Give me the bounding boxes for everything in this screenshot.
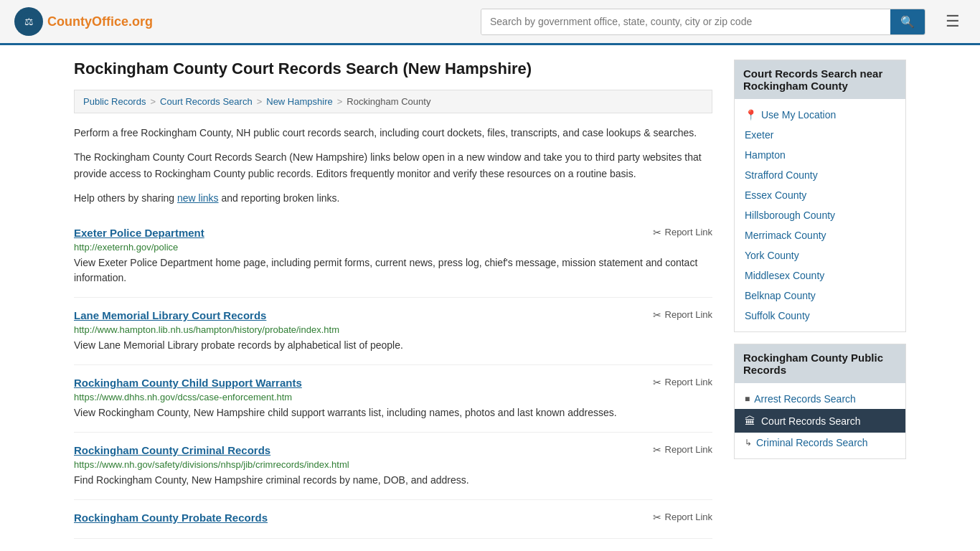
search-bar: 🔍 [481, 9, 925, 35]
sidebar-nearby-item: Exeter [735, 125, 905, 145]
record-header: Rockingham County Probate Records ✂ Repo… [74, 512, 712, 524]
sidebar-nearby-link[interactable]: Hampton [745, 149, 786, 161]
menu-button[interactable]: ☰ [940, 9, 966, 34]
sidebar-records-item: ↳ Criminal Records Search [735, 433, 905, 453]
sidebar-nearby-item: Hampton [735, 145, 905, 165]
record-url[interactable]: https://www.dhhs.nh.gov/dcss/case-enforc… [74, 392, 712, 402]
sidebar-nearby-link[interactable]: Strafford County [745, 169, 818, 181]
sidebar-public-records-section: Rockingham County Public Records ■ Arres… [734, 344, 906, 459]
sidebar-active-label: Court Records Search [761, 415, 861, 427]
breadcrumb-public-records[interactable]: Public Records [83, 96, 146, 107]
report-icon: ✂ [653, 512, 661, 523]
record-header: Rockingham County Criminal Records ✂ Rep… [74, 444, 712, 456]
record-header: Lane Memorial Library Court Records ✂ Re… [74, 309, 712, 321]
report-link-button[interactable]: ✂ Report Link [653, 227, 712, 238]
record-item: Rockingham County Child Support Warrants… [74, 365, 712, 433]
description-1: Perform a free Rockingham County, NH pub… [74, 125, 712, 141]
page-title: Rockingham County Court Records Search (… [74, 60, 712, 78]
report-label: Report Link [665, 444, 712, 455]
sidebar-nearby-link[interactable]: Suffolk County [745, 310, 810, 321]
record-title[interactable]: Rockingham County Child Support Warrants [74, 377, 302, 389]
record-url[interactable]: http://exeternh.gov/police [74, 242, 712, 253]
sidebar-nearby-link[interactable]: Exeter [745, 129, 773, 141]
record-title[interactable]: Rockingham County Probate Records [74, 512, 268, 524]
sidebar-active-icon: 🏛 [745, 415, 755, 427]
sidebar-records-item: ■ Arrest Records Search [735, 389, 905, 409]
record-title[interactable]: Exeter Police Department [74, 227, 204, 239]
logo-icon: ⚖ [14, 7, 43, 36]
sidebar-records-icon: ↳ [745, 438, 752, 448]
sidebar-nearby-link[interactable]: Merrimack County [745, 230, 826, 241]
sidebar-nearby-body: 📍 Use My Location ExeterHamptonStrafford… [735, 99, 905, 331]
record-header: Rockingham County Child Support Warrants… [74, 377, 712, 389]
site-header: ⚖ CountyOffice.org 🔍 ☰ [0, 0, 980, 45]
sidebar-records-icon: ■ [745, 394, 750, 404]
records-list: Exeter Police Department ✂ Report Link h… [74, 215, 712, 539]
sidebar-nearby-link[interactable]: Essex County [745, 189, 806, 201]
report-label: Report Link [665, 512, 712, 522]
record-header: Exeter Police Department ✂ Report Link [74, 227, 712, 239]
sidebar: Court Records Search near Rockingham Cou… [734, 60, 906, 539]
sidebar-records-link[interactable]: Arrest Records Search [754, 393, 856, 405]
sidebar-nearby-link[interactable]: Hillsborough County [745, 209, 835, 221]
record-desc: View Exeter Police Department home page,… [74, 255, 712, 286]
sidebar-nearby-item: Belknap County [735, 286, 905, 306]
sidebar-nearby-item: Essex County [735, 185, 905, 205]
sidebar-nearby-item: Merrimack County [735, 225, 905, 245]
record-item: Rockingham County Criminal Records ✂ Rep… [74, 433, 712, 500]
record-item: Exeter Police Department ✂ Report Link h… [74, 215, 712, 298]
sidebar-public-records-body: ■ Arrest Records Search 🏛 Court Records … [735, 383, 905, 458]
report-icon: ✂ [653, 227, 661, 238]
main-container: Rockingham County Court Records Search (… [60, 45, 920, 551]
breadcrumb-new-hampshire[interactable]: New Hampshire [266, 96, 332, 107]
new-links-link[interactable]: new links [177, 192, 219, 204]
main-content: Rockingham County Court Records Search (… [74, 60, 712, 539]
report-label: Report Link [665, 227, 712, 237]
sidebar-active-link[interactable]: 🏛 Court Records Search [745, 415, 895, 427]
record-item: Rockingham County Probate Records ✂ Repo… [74, 500, 712, 539]
sidebar-nearby-item: Suffolk County [735, 306, 905, 326]
report-icon: ✂ [653, 309, 661, 321]
sidebar-nearby-header: Court Records Search near Rockingham Cou… [735, 60, 905, 99]
search-button[interactable]: 🔍 [890, 9, 925, 34]
location-pin-icon: 📍 [745, 109, 757, 121]
record-url[interactable]: https://www.nh.gov/safety/divisions/nhsp… [74, 459, 712, 470]
sidebar-nearby-section: Court Records Search near Rockingham Cou… [734, 60, 906, 332]
record-title[interactable]: Lane Memorial Library Court Records [74, 309, 266, 321]
sidebar-nearby-link[interactable]: York County [745, 250, 799, 261]
sidebar-records-link[interactable]: Criminal Records Search [756, 437, 868, 448]
sidebar-public-records-header: Rockingham County Public Records [735, 344, 905, 383]
report-link-button[interactable]: ✂ Report Link [653, 444, 712, 456]
report-link-button[interactable]: ✂ Report Link [653, 309, 712, 321]
description-3: Help others by sharing new links and rep… [74, 190, 712, 206]
report-label: Report Link [665, 377, 712, 387]
report-icon: ✂ [653, 444, 661, 456]
record-desc: View Lane Memorial Library probate recor… [74, 338, 712, 353]
sidebar-nearby-item: Middlesex County [735, 265, 905, 286]
record-desc: View Rockingham County, New Hampshire ch… [74, 405, 712, 420]
logo-text: CountyOffice.org [47, 14, 153, 29]
report-icon: ✂ [653, 377, 661, 388]
sidebar-nearby-item: Hillsborough County [735, 205, 905, 225]
report-label: Report Link [665, 309, 712, 320]
description-2: The Rockingham County Court Records Sear… [74, 149, 712, 182]
record-desc: Find Rockingham County, New Hampshire cr… [74, 473, 712, 488]
sidebar-nearby-link[interactable]: Middlesex County [745, 270, 824, 281]
breadcrumb-court-records[interactable]: Court Records Search [160, 96, 253, 107]
logo[interactable]: ⚖ CountyOffice.org [14, 7, 153, 36]
sidebar-nearby-item: Strafford County [735, 165, 905, 185]
report-link-button[interactable]: ✂ Report Link [653, 377, 712, 388]
svg-text:⚖: ⚖ [24, 17, 34, 27]
breadcrumb: Public Records > Court Records Search > … [74, 90, 712, 113]
sidebar-active-item[interactable]: 🏛 Court Records Search [735, 409, 905, 433]
record-item: Lane Memorial Library Court Records ✂ Re… [74, 298, 712, 365]
sidebar-nearby-item: York County [735, 245, 905, 265]
breadcrumb-current: Rockingham County [347, 96, 430, 107]
search-input[interactable] [481, 9, 890, 34]
record-title[interactable]: Rockingham County Criminal Records [74, 444, 270, 456]
use-location-link[interactable]: Use My Location [761, 109, 836, 121]
record-url[interactable]: http://www.hampton.lib.nh.us/hampton/his… [74, 324, 712, 335]
sidebar-use-location[interactable]: 📍 Use My Location [735, 105, 905, 125]
report-link-button[interactable]: ✂ Report Link [653, 512, 712, 523]
sidebar-nearby-link[interactable]: Belknap County [745, 290, 816, 301]
